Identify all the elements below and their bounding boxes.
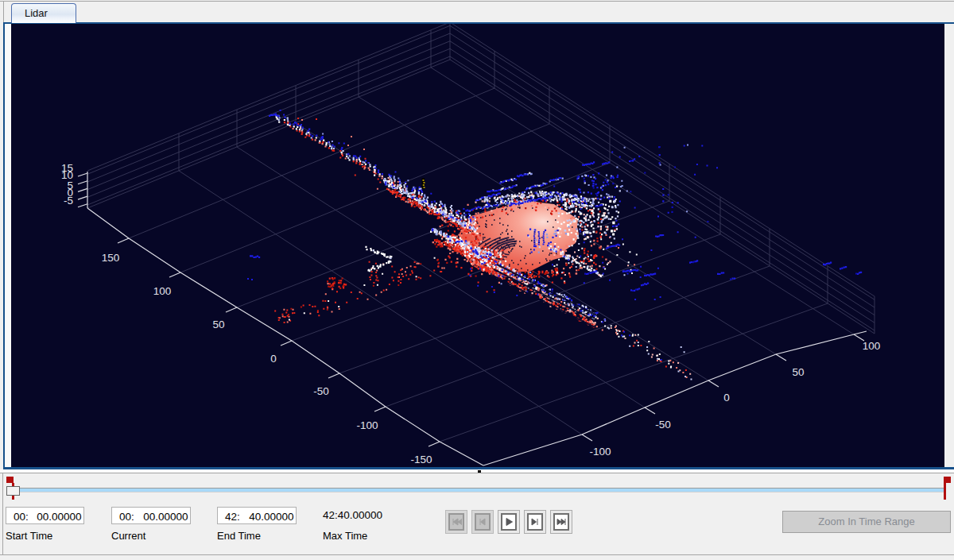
svg-text:-50: -50 (655, 419, 671, 431)
svg-text:0: 0 (270, 353, 277, 365)
svg-text:50: 50 (792, 366, 804, 378)
svg-text:50: 50 (212, 319, 224, 330)
svg-text:-100: -100 (356, 419, 378, 431)
svg-text:-150: -150 (410, 454, 432, 465)
svg-text:-50: -50 (313, 385, 329, 397)
svg-text:-5: -5 (64, 195, 73, 207)
svg-text:100: 100 (153, 285, 172, 297)
svg-text:100: 100 (863, 340, 881, 352)
svg-text:-100: -100 (589, 446, 611, 458)
svg-text:0: 0 (723, 392, 730, 404)
svg-text:150: 150 (102, 252, 120, 264)
